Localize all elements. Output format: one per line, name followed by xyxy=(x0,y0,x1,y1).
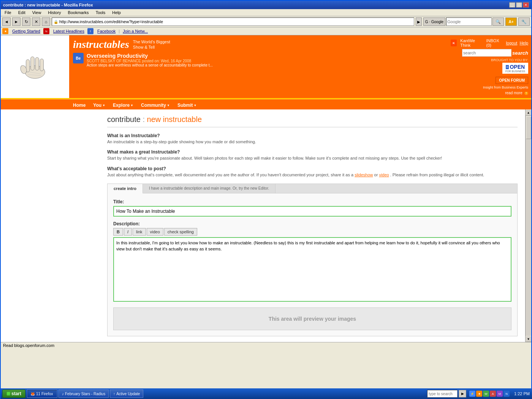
username: KantWe Think xyxy=(460,38,484,48)
editor-bold[interactable]: B xyxy=(113,228,123,236)
menu-view[interactable]: View xyxy=(31,10,43,15)
logo-hand xyxy=(10,52,60,82)
taskbar-item-firefox[interactable]: 🦊 11 Firefox xyxy=(27,390,57,398)
taskbar-items: 🦊 11 Firefox ♪ February Stars - Radius ↑… xyxy=(27,390,426,398)
nav-submit[interactable]: Submit ▼ xyxy=(174,101,201,109)
bookmarks-bar: ★ Getting Started N Latest Headlines f F… xyxy=(1,27,531,35)
search-submit-btn[interactable]: search xyxy=(512,50,528,56)
menu-file[interactable]: File xyxy=(3,10,13,15)
addon-btn2[interactable]: 🔧 xyxy=(518,17,530,26)
nav-bar: Home You ▼ Explore ▼ Community ▼ xyxy=(1,99,531,109)
form-container: create intro I have a instructable descr… xyxy=(107,184,518,336)
url-input[interactable] xyxy=(59,19,412,24)
maximize-button[interactable]: □ xyxy=(516,2,522,8)
site-header: instructables The World's Biggest Show &… xyxy=(1,35,531,109)
firefox-icon: 🦊 xyxy=(30,392,35,396)
nav-you-arrow: ▼ xyxy=(102,104,105,107)
insight-text: Insight from Business Experts xyxy=(483,86,528,89)
tray-icon-4: A xyxy=(490,391,496,397)
close-button[interactable]: ✕ xyxy=(523,2,529,8)
nav-community[interactable]: Community ▼ xyxy=(137,101,174,109)
bookmark-join[interactable]: Join a Netw... xyxy=(123,29,148,33)
menu-bar: File Edit View History Bookmarks Tools H… xyxy=(1,9,531,16)
desc-textarea[interactable]: In this instructable, I'm going to let y… xyxy=(113,237,511,302)
bookmark-separator: | xyxy=(119,29,120,33)
question-1: What is an Instructable? xyxy=(107,133,518,138)
go-button[interactable]: ▶ xyxy=(416,17,422,26)
editor-toolbar: B I link video check spelling xyxy=(113,228,511,236)
nav-you[interactable]: You ▼ xyxy=(89,101,109,109)
logout-link[interactable]: logout xyxy=(506,41,517,45)
status-text: Read blogs.openforum.com xyxy=(3,343,54,348)
editor-video[interactable]: video xyxy=(147,228,163,236)
nav-home[interactable]: Home xyxy=(69,101,89,109)
svg-rect-5 xyxy=(40,59,43,71)
minimize-button[interactable]: _ xyxy=(509,2,515,8)
bookmark-getting-started[interactable]: Getting Started xyxy=(12,29,40,33)
scrollbar[interactable]: ▲ ▼ xyxy=(525,109,531,342)
brand-tagline: The World's Biggest Show & Tell xyxy=(133,39,170,50)
tray-icon-3: W xyxy=(483,391,489,397)
reload-button[interactable]: ↻ xyxy=(22,17,30,26)
tab-new-editor[interactable]: I have a instructable description and ma… xyxy=(143,184,276,193)
bookmark-facebook[interactable]: Facebook xyxy=(97,29,116,33)
header-right: K KantWe Think INBOX (0) logout Help sea… xyxy=(448,35,531,98)
read-more-link[interactable]: read more ? xyxy=(505,91,528,95)
taskbar-item-update[interactable]: ↑ Active Update xyxy=(110,390,143,398)
stop-button[interactable]: ✕ xyxy=(32,17,40,26)
forward-button[interactable]: ► xyxy=(12,17,21,26)
scroll-down-btn[interactable]: ▼ xyxy=(526,336,532,342)
site-search-input[interactable] xyxy=(462,49,511,57)
taskbar-search: ▶ xyxy=(427,390,466,397)
kantwe-icon: K xyxy=(451,40,457,46)
answer-1: An instructable is a step-by-step guide … xyxy=(107,139,518,145)
taskbar-search-btn[interactable]: ▶ xyxy=(459,390,466,397)
taskbar-search-input[interactable] xyxy=(427,390,458,397)
main-content: contribute : new instructable What is an… xyxy=(1,109,525,342)
scroll-up-btn[interactable]: ▲ xyxy=(526,109,532,116)
page-content: instructables The World's Biggest Show &… xyxy=(1,35,531,348)
bookmark-icon-3: f xyxy=(87,28,93,34)
tab-create-intro[interactable]: create intro xyxy=(108,184,143,193)
open-forum-btn[interactable]: OPEN FORUM xyxy=(496,77,528,84)
hand-illustration xyxy=(12,52,58,81)
taskbar-item-radius[interactable]: ♪ February Stars - Radius xyxy=(59,390,109,398)
menu-history[interactable]: History xyxy=(46,10,62,15)
search-area: G · Google 🔍 xyxy=(423,17,504,26)
back-button[interactable]: ◄ xyxy=(2,17,11,26)
menu-edit[interactable]: Edit xyxy=(17,10,27,15)
bookmark-latest[interactable]: Latest Headlines xyxy=(53,29,84,33)
info-section-1: What is an Instructable? An instructable… xyxy=(107,133,518,145)
browser-search-input[interactable] xyxy=(446,17,492,26)
sponsor-section: BROUGHT TO YOU BY: ≡ OPEN FOR BUSINESS xyxy=(491,58,528,74)
slideshow-link[interactable]: slideshow xyxy=(355,173,373,177)
question-3: What's acceptable to post? xyxy=(107,166,518,171)
open-logo: ≡ OPEN FOR BUSINESS xyxy=(502,63,528,74)
answer-3: Just about anything that's complete, wel… xyxy=(107,172,518,178)
editor-italic[interactable]: I xyxy=(124,228,132,236)
editor-spellcheck[interactable]: check spelling xyxy=(164,228,197,236)
inbox-link[interactable]: INBOX (0) xyxy=(486,38,504,48)
sponsor-text: BROUGHT TO YOU BY: xyxy=(491,58,528,62)
search-button[interactable]: 🔍 xyxy=(492,17,504,26)
home-button[interactable]: ⌂ xyxy=(42,17,50,26)
description-field: Description: B I link video check spelli… xyxy=(113,221,511,303)
title-input[interactable] xyxy=(113,206,511,217)
video-link[interactable]: video xyxy=(379,173,389,177)
editor-link[interactable]: link xyxy=(133,228,146,236)
menu-bookmarks[interactable]: Bookmarks xyxy=(66,10,90,15)
help-link[interactable]: Help xyxy=(519,41,528,45)
image-preview: This area will preview your images xyxy=(113,307,511,330)
start-icon: ⊞ xyxy=(6,391,10,396)
start-button[interactable]: ⊞ start xyxy=(2,390,25,398)
menu-help[interactable]: Help xyxy=(111,10,122,15)
scroll-thumb[interactable] xyxy=(526,116,531,139)
form-tabs: create intro I have a instructable descr… xyxy=(108,184,517,193)
featured-title[interactable]: Overseeing Productivity xyxy=(87,53,213,59)
nav-explore[interactable]: Explore ▼ xyxy=(109,101,137,109)
addon-btn1[interactable]: A+ xyxy=(505,17,517,26)
browser-toolbar: ◄ ► ↻ ✕ ⌂ 🔒 ▶ G · Google 🔍 A+ 🔧 xyxy=(1,16,531,27)
brand-name: instructables xyxy=(73,38,129,51)
clock: 1:22 PM xyxy=(513,391,531,396)
menu-tools[interactable]: Tools xyxy=(94,10,107,15)
